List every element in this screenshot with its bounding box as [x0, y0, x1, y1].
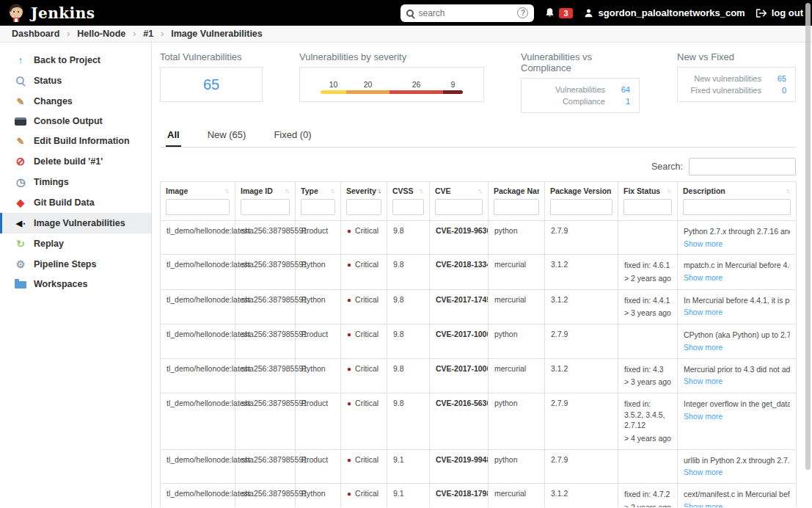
show-more-link[interactable]: Show more	[684, 411, 723, 422]
breadcrumb-dashboard[interactable]: Dashboard	[12, 29, 59, 39]
logout-button[interactable]: log out	[756, 7, 803, 18]
column-filter-input[interactable]	[392, 199, 424, 215]
cell-cve: CVE-2018-17983	[430, 484, 489, 508]
cell-image: tl_demo/hellonode:latest	[161, 449, 235, 483]
critical-dot-icon: ●	[347, 456, 351, 464]
edit-icon	[15, 135, 26, 147]
column-filter-input[interactable]	[435, 199, 483, 215]
cell-description: Python 2.7.x through 2.7.16 and 3.x thro…	[678, 221, 797, 255]
sidebar-item[interactable]: Pipeline Steps	[0, 254, 151, 275]
table-row[interactable]: tl_demo/hellonode:latest sha256:38798559…	[161, 289, 797, 324]
column-filter-input[interactable]	[166, 199, 230, 215]
cell-package-version: 3.1.2	[545, 484, 618, 508]
sort-icon[interactable]: ↑↓	[330, 187, 335, 195]
severity-card: Vulnerabilities by severity 1020269	[299, 51, 484, 113]
sidebar-item[interactable]: Status	[0, 70, 151, 91]
sidebar-item[interactable]: Workspaces	[0, 275, 151, 294]
column-header-description[interactable]: Description↑↓	[678, 182, 797, 221]
global-searchbox[interactable]: ?	[400, 4, 534, 22]
column-header-image-id[interactable]: Image ID↑↓	[235, 182, 296, 221]
sidebar-item[interactable]: Changes	[0, 91, 151, 112]
new-vs-fixed-card: New vs Fixed New vulnerabilities 65 Fixe…	[677, 51, 796, 113]
column-filter-input[interactable]	[346, 199, 381, 215]
status-search-icon	[15, 75, 26, 87]
table-row[interactable]: tl_demo/hellonode:latest sha256:38798559…	[161, 324, 797, 358]
sort-icon[interactable]: ↑↓	[611, 187, 612, 195]
sidebar-item[interactable]: Back to Project	[0, 50, 151, 70]
column-header-severity[interactable]: Severity↑↓	[341, 182, 387, 221]
column-filter-input[interactable]	[241, 199, 290, 215]
show-more-link[interactable]: Show more	[684, 272, 723, 283]
cell-severity: ●Critical	[341, 358, 387, 393]
search-help-icon[interactable]: ?	[517, 7, 528, 18]
column-filter-input[interactable]	[683, 199, 791, 215]
show-more-link[interactable]: Show more	[684, 501, 723, 507]
breadcrumb-job[interactable]: Hello-Node	[77, 29, 125, 39]
vertical-scrollbar[interactable]	[805, 3, 811, 470]
card-title: Vulnerabilities by severity	[299, 51, 484, 62]
fixed-vulnerabilities-value: 0	[775, 86, 786, 95]
jenkins-brand[interactable]: Jenkins	[7, 4, 95, 23]
cell-cve: CVE-2017-17458	[430, 289, 489, 324]
sort-icon[interactable]: ↑↓	[667, 187, 672, 195]
sort-icon[interactable]: ↑↓	[478, 187, 483, 195]
cell-image-id: sha256:387985591	[235, 393, 296, 449]
cell-image: tl_demo/hellonode:latest	[161, 393, 235, 449]
tab-fixed[interactable]: Fixed (0)	[272, 125, 312, 147]
table-row[interactable]: tl_demo/hellonode:latest sha256:38798559…	[161, 221, 797, 255]
column-header-package-version[interactable]: Package Version↑↓	[545, 182, 618, 221]
column-filter-input[interactable]	[550, 199, 612, 215]
sidebar-item-label: Changes	[34, 96, 73, 106]
breadcrumb-build[interactable]: #1	[143, 29, 153, 39]
sort-icon[interactable]: ↑↓	[224, 187, 230, 195]
show-more-link[interactable]: Show more	[684, 376, 723, 387]
column-header-type[interactable]: Type↑↓	[296, 182, 341, 221]
card-title: Vulnerabilities vs Compliance	[521, 51, 640, 73]
console-icon	[15, 117, 26, 126]
sort-icon[interactable]: ↑↓	[786, 187, 791, 195]
notification-count-badge[interactable]: 3	[559, 8, 572, 18]
sort-icon[interactable]: ↑↓	[419, 187, 424, 195]
table-row[interactable]: tl_demo/hellonode:latest sha256:38798559…	[161, 449, 797, 483]
column-header-image[interactable]: Image↑↓	[161, 182, 235, 221]
show-more-link[interactable]: Show more	[684, 342, 723, 353]
cell-package-name: mercurial	[489, 484, 545, 508]
table-row[interactable]: tl_demo/hellonode:latest sha256:38798559…	[161, 393, 797, 449]
sidebar-item[interactable]: Replay	[0, 233, 151, 254]
severity-segment: 20	[346, 80, 389, 94]
column-header-package-name[interactable]: Package Name↑↓	[489, 182, 545, 221]
table-row[interactable]: tl_demo/hellonode:latest sha256:38798559…	[161, 484, 797, 508]
show-more-link[interactable]: Show more	[684, 307, 723, 318]
sidebar-item-label: Image Vulnerabilities	[34, 218, 125, 228]
column-filter-input[interactable]	[494, 199, 539, 215]
notifications-bell-icon[interactable]	[544, 7, 555, 18]
sort-icon[interactable]: ↑↓	[376, 187, 381, 195]
table-search-input[interactable]	[689, 158, 796, 175]
table-row[interactable]: tl_demo/hellonode:latest sha256:38798559…	[161, 255, 797, 289]
column-header-fix-status[interactable]: Fix Status↑↓	[618, 182, 678, 221]
show-more-link[interactable]: Show more	[684, 467, 723, 478]
sidebar-item[interactable]: Console Output	[0, 112, 151, 131]
column-filter-input[interactable]	[301, 199, 335, 215]
sidebar-item[interactable]: Git Build Data	[0, 192, 151, 213]
sort-icon[interactable]: ↑↓	[285, 187, 290, 195]
column-header-cve[interactable]: CVE↑↓	[430, 182, 489, 221]
cell-image-id: sha256:387985591	[235, 289, 296, 324]
table-header-row: Image↑↓Image ID↑↓Type↑↓Severity↑↓CVSS↑↓C…	[161, 182, 797, 221]
show-more-link[interactable]: Show more	[684, 239, 723, 250]
column-header-cvss[interactable]: CVSS↑↓	[387, 182, 430, 221]
sidebar-item[interactable]: Timings	[0, 172, 151, 192]
table-row[interactable]: tl_demo/hellonode:latest sha256:38798559…	[161, 358, 797, 393]
tab-new[interactable]: New (65)	[206, 125, 248, 147]
sidebar-item[interactable]: Image Vulnerabilities	[0, 213, 151, 233]
sidebar-item[interactable]: Edit Build Information	[0, 131, 151, 151]
tab-all[interactable]: All	[166, 125, 181, 147]
user-menu[interactable]: sgordon_paloaltonetworks_com	[583, 7, 745, 18]
sidebar-item-label: Console Output	[34, 116, 103, 126]
global-search-input[interactable]	[418, 8, 513, 18]
vulnerabilities-value: 64	[618, 85, 630, 94]
sidebar-item[interactable]: Delete build '#1'	[0, 151, 151, 172]
tab-bar: All New (65) Fixed (0)	[160, 125, 796, 148]
column-filter-input[interactable]	[623, 199, 672, 215]
cell-type: Python	[296, 255, 341, 289]
